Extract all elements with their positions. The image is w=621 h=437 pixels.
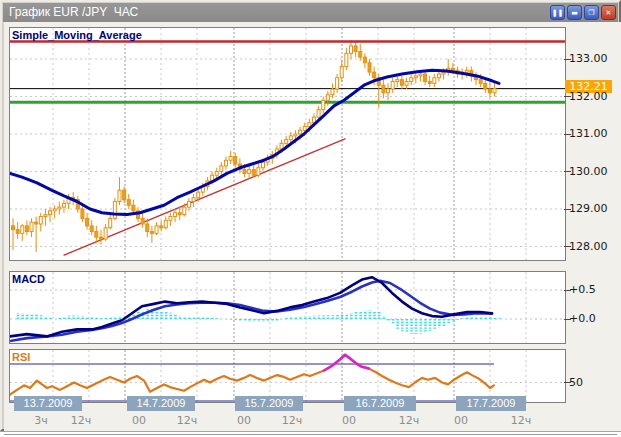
price-label: 130.00: [569, 165, 608, 178]
minimize-button[interactable]: ▬: [567, 5, 582, 20]
date-label: 15.7.2009: [235, 396, 303, 411]
sma-indicator-label: Simple_Moving_Average: [12, 29, 142, 41]
date-label: 17.7.2009: [456, 396, 526, 411]
rsi-canvas[interactable]: [10, 350, 565, 402]
window-buttons: ❚❚▬❒✕: [550, 5, 616, 20]
macd-indicator-label: MACD: [12, 273, 45, 285]
close-button[interactable]: ✕: [601, 5, 616, 20]
rsi-label: 50: [569, 376, 583, 389]
time-label: 12ч: [511, 414, 532, 427]
maximize-button[interactable]: ❒: [584, 5, 599, 20]
window-below-border: [4, 434, 617, 435]
screenshot-stage: График EUR /JPY ЧАС ❚❚▬❒✕ Simple_Moving_…: [0, 0, 621, 437]
macd-canvas[interactable]: [10, 272, 565, 343]
window-titlebar[interactable]: График EUR /JPY ЧАС: [3, 3, 618, 22]
pause-button[interactable]: ❚❚: [550, 5, 565, 20]
time-label: 00: [342, 414, 356, 427]
price-label: 133.00: [569, 52, 608, 65]
price-label: 131.00: [569, 127, 608, 140]
time-label: 00: [237, 414, 251, 427]
time-label: 3ч: [34, 414, 48, 427]
time-label: 00: [132, 414, 146, 427]
macd-panel[interactable]: [9, 271, 566, 344]
price-chart-canvas[interactable]: [10, 28, 565, 260]
time-label: 12ч: [71, 414, 92, 427]
time-label: 00: [454, 414, 468, 427]
window-below-edge: [0, 431, 621, 437]
price-chart-panel[interactable]: [9, 27, 566, 261]
price-label: 129.00: [569, 202, 608, 215]
price-label: 132.00: [569, 90, 608, 103]
date-label: 13.7.2009: [14, 396, 82, 411]
macd-label: +0.0: [569, 312, 596, 325]
price-label: 128.00: [569, 240, 608, 253]
macd-label: +0.5: [569, 283, 596, 296]
date-label: 16.7.2009: [344, 396, 416, 411]
time-label: 12ч: [399, 414, 420, 427]
rsi-panel[interactable]: [9, 349, 566, 403]
time-label: 12ч: [282, 414, 303, 427]
chart-content: Simple_Moving_Average MACD RSI 132.21 13…: [4, 22, 621, 431]
rsi-indicator-label: RSI: [12, 351, 30, 363]
chart-window: График EUR /JPY ЧАС ❚❚▬❒✕ Simple_Moving_…: [0, 0, 621, 431]
time-label: 12ч: [177, 414, 198, 427]
date-label: 14.7.2009: [127, 396, 195, 411]
